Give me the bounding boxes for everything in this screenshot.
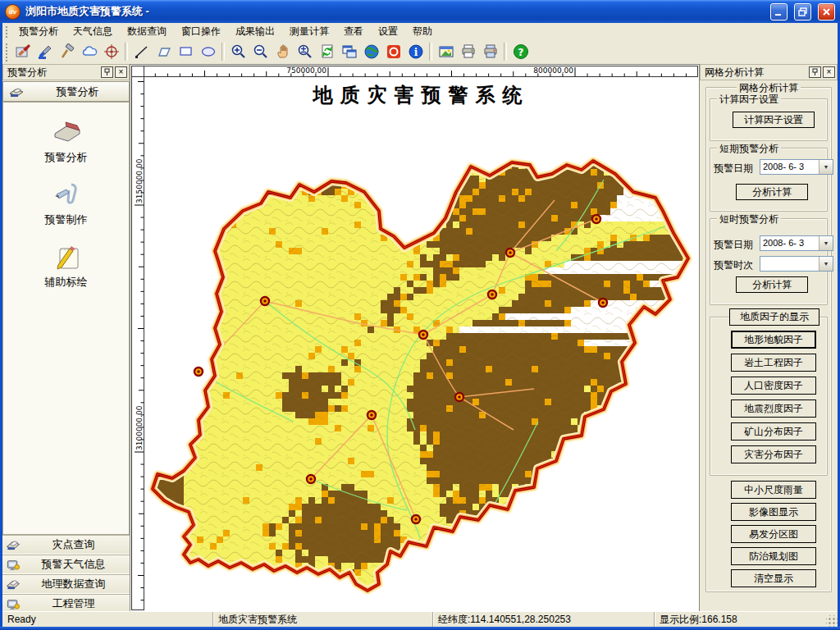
menu-3[interactable]: 数据查询	[120, 23, 174, 40]
copy-window-button[interactable]	[338, 41, 360, 63]
zoom-in-icon	[231, 43, 247, 60]
map-edit-icon	[15, 43, 31, 60]
line-tool-button[interactable]	[130, 41, 153, 63]
record-stop-icon	[386, 43, 402, 60]
globe-button[interactable]	[360, 41, 382, 63]
rectangle-tool-button[interactable]	[175, 41, 197, 63]
geo-data-query-icon	[6, 578, 21, 591]
immediate-date-combo[interactable]: 2008- 6- 3 ▼	[760, 235, 833, 251]
help-icon: ?	[513, 43, 529, 60]
section-label: 预警天气信息	[21, 557, 126, 572]
tool-2[interactable]: 预警制作	[3, 180, 129, 227]
svg-text:i: i	[413, 47, 418, 58]
zoom-extent-button[interactable]	[294, 41, 316, 63]
factor-button-6[interactable]: 灾害分布因子	[731, 445, 816, 463]
pin-icon[interactable]	[809, 66, 821, 78]
zoom-out-button[interactable]	[249, 41, 272, 63]
menu-7[interactable]: 查看	[336, 23, 371, 40]
pin-icon[interactable]	[101, 66, 113, 78]
factor-button-4[interactable]: 地震烈度因子	[731, 399, 816, 418]
bottom-button-3[interactable]: 易发分区图	[731, 525, 816, 543]
print-preview-button[interactable]	[479, 41, 501, 63]
resize-grip[interactable]	[826, 615, 838, 627]
section-1[interactable]: 灾点查询	[2, 535, 130, 555]
tool-1[interactable]: 预警分析	[3, 117, 129, 165]
right-panel-close-icon[interactable]: ×	[823, 66, 835, 78]
bottom-button-1[interactable]: 中小尺度雨量	[731, 481, 816, 499]
tool-3[interactable]: 辅助标绘	[3, 242, 129, 290]
cloud-button[interactable]	[78, 41, 100, 63]
ellipse-tool-button[interactable]	[197, 41, 219, 63]
immediate-time-combo[interactable]: ▼	[760, 256, 833, 272]
short-term-date-combo[interactable]: 2008- 6- 3 ▼	[760, 159, 833, 175]
print-icon	[460, 43, 477, 60]
print-button[interactable]	[457, 41, 479, 63]
vertical-ruler: 3150000.003100000.00	[131, 77, 144, 610]
geo-factor-display-button[interactable]: 地质因子的显示	[729, 308, 819, 326]
svg-text:3150000.00: 3150000.00	[135, 158, 144, 203]
map-canvas[interactable]: 地质灾害预警系统	[144, 77, 698, 610]
app-icon: dv	[5, 4, 21, 20]
factor-button-5[interactable]: 矿山分布因子	[731, 422, 816, 441]
crosshair-button[interactable]	[100, 41, 122, 63]
right-panel-caption: 网格分析计算 ×	[700, 64, 838, 80]
close-button[interactable]	[818, 3, 835, 21]
menu-8[interactable]: 设置	[371, 23, 405, 40]
help-button[interactable]: ?	[509, 41, 532, 63]
map-title: 地质灾害预警系统	[144, 82, 698, 108]
left-panel-close-icon[interactable]: ×	[115, 66, 127, 78]
status-scale: 显示比例:166.158	[655, 612, 794, 627]
bottom-button-2[interactable]: 影像图显示	[731, 503, 816, 521]
refresh-icon	[319, 43, 336, 60]
map-edit-button[interactable]	[11, 41, 34, 63]
menu-1[interactable]: 预警分析	[11, 23, 66, 40]
copy-window-icon	[341, 43, 358, 60]
status-coordinates: 经纬度:114.140551,28.250253	[433, 612, 655, 627]
immediate-label: 短时预警分析	[717, 212, 781, 226]
factor-button-1[interactable]: 地形地貌因子	[731, 331, 816, 349]
menu-5[interactable]: 成果输出	[228, 23, 282, 40]
menu-4[interactable]: 窗口操作	[174, 23, 228, 40]
refresh-button[interactable]	[316, 41, 338, 63]
left-panel-tools: 预警分析 预警制作 辅助标绘	[2, 102, 130, 535]
record-stop-button[interactable]	[382, 41, 404, 63]
section-label: 地理数据查询	[21, 577, 126, 591]
project-manage-icon	[6, 597, 21, 610]
chevron-down-icon[interactable]: ▼	[819, 257, 833, 271]
short-term-analyze-button[interactable]: 分析计算	[736, 184, 808, 200]
menu-6[interactable]: 测量计算	[282, 23, 336, 40]
chevron-down-icon[interactable]: ▼	[819, 236, 833, 250]
menu-grip[interactable]	[4, 25, 8, 38]
factor-button-2[interactable]: 岩土工程因子	[731, 354, 816, 372]
window-title: 浏阳市地质灾害预警系统 -	[25, 4, 764, 19]
zoom-in-button[interactable]	[227, 41, 249, 63]
hammer-button[interactable]	[56, 41, 78, 63]
toolbar-grip[interactable]	[4, 42, 8, 62]
polygon-tool-button[interactable]	[153, 41, 175, 63]
pan-hand-button[interactable]	[272, 41, 294, 63]
immediate-analyze-button[interactable]: 分析计算	[736, 276, 808, 293]
ruler-corner	[131, 66, 144, 77]
right-panel-title: 网格分析计算	[705, 66, 807, 80]
brush-button[interactable]	[34, 41, 56, 63]
toolbar-separator	[429, 43, 432, 61]
section-3[interactable]: 地理数据查询	[2, 574, 130, 594]
menu-2[interactable]: 天气信息	[66, 23, 120, 40]
polygon-tool-icon	[156, 43, 172, 60]
factor-settings-button[interactable]: 计算因子设置	[733, 112, 815, 128]
image-map-button[interactable]	[435, 41, 457, 63]
minimize-button[interactable]	[770, 3, 788, 21]
horizontal-ruler: 750000.00800000.00	[144, 66, 698, 77]
section-label: 工程管理	[21, 596, 126, 611]
toolbar: i?	[2, 39, 838, 65]
svg-text:3100000.00: 3100000.00	[135, 405, 144, 450]
section-2[interactable]: 预警天气信息	[2, 555, 130, 574]
factor-button-3[interactable]: 人口密度因子	[731, 377, 816, 395]
bottom-button-5[interactable]: 清空显示	[731, 569, 816, 587]
left-panel-header-label: 预警分析	[31, 84, 124, 99]
restore-button[interactable]	[794, 3, 811, 21]
chevron-down-icon[interactable]: ▼	[819, 160, 833, 174]
bottom-button-4[interactable]: 防治规划图	[731, 547, 816, 565]
menu-9[interactable]: 帮助	[405, 23, 440, 40]
info-button[interactable]: i	[404, 41, 427, 63]
